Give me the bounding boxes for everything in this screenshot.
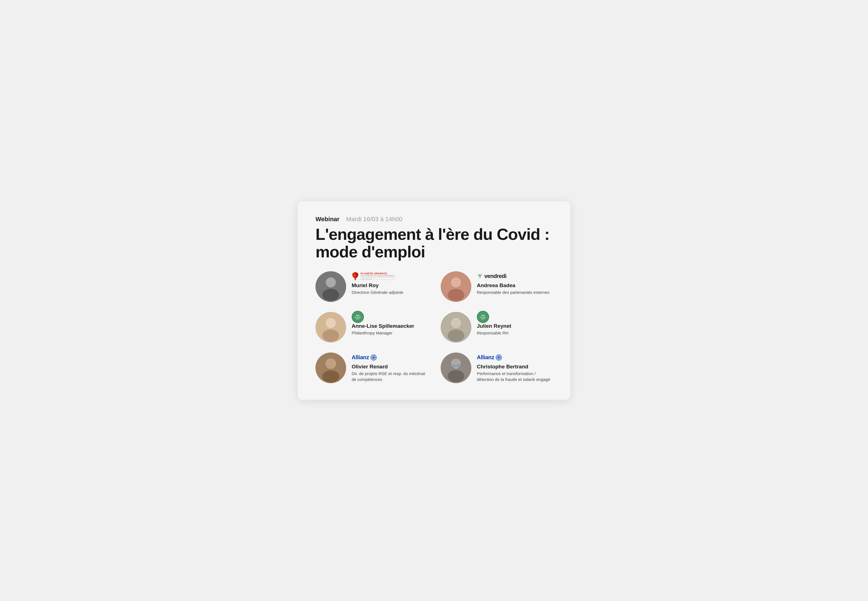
vendredi-label: vendredi	[484, 273, 506, 279]
svg-point-5	[355, 273, 358, 276]
speaker-role-muriel-roy: Directrice Générale adjointe	[352, 289, 427, 295]
speaker-name-muriel-roy: Muriel Roy	[352, 282, 427, 289]
planete-urgence-group: GROUPE SOS	[361, 278, 395, 280]
date-label: Mardi 16/03 à 14h00	[346, 216, 402, 223]
avatar-muriel-roy	[315, 271, 346, 302]
avatar-olivier-renard	[315, 352, 346, 383]
svg-point-27	[448, 370, 464, 382]
avatar-christophe-bertrand	[441, 352, 471, 383]
speaker-card-andreea-badea: vendredi Andreea Badea Responsable des p…	[441, 271, 553, 302]
speaker-name-anne-lise: Anne-Lise Spillemaecker	[352, 323, 427, 329]
svg-point-15	[323, 329, 339, 342]
avatar-julien-reynet	[441, 312, 471, 343]
speaker-role-anne-lise: Philanthropy Manager	[352, 330, 427, 336]
speaker-name-julien-reynet: Julien Reynet	[477, 323, 553, 329]
avatar-anne-lise	[315, 312, 346, 343]
planete-urgence-tagline: VOLONTARIAT ET DÉVELOPPEMENT	[361, 275, 395, 277]
company-logo-allianz-right: Allianz	[477, 353, 553, 362]
planete-urgence-name: PLANETE URGENCE	[361, 272, 395, 275]
speaker-info-muriel-roy: PLANETE URGENCE VOLONTARIAT ET DÉVELOPPE…	[352, 271, 427, 296]
svg-point-20	[326, 358, 336, 369]
svg-point-17	[451, 318, 461, 328]
svg-point-14	[326, 318, 336, 328]
speaker-name-olivier-renard: Olivier Renard	[352, 364, 427, 370]
speaker-info-christophe-bertrand: Allianz Christophe Bertrand Perfo	[477, 352, 553, 383]
header-line: Webinar Mardi 16/03 à 14h00	[315, 216, 553, 223]
allianz-label-left: Allianz	[352, 354, 369, 361]
svg-rect-6	[355, 278, 356, 280]
svg-point-2	[323, 289, 339, 301]
speakers-grid: PLANETE URGENCE VOLONTARIAT ET DÉVELOPPE…	[315, 271, 553, 383]
speaker-card-muriel-roy: PLANETE URGENCE VOLONTARIAT ET DÉVELOPPE…	[315, 271, 427, 302]
bel-logo-right: bel for all for good	[477, 311, 489, 323]
svg-point-21	[322, 370, 340, 383]
webinar-label: Webinar	[315, 216, 340, 223]
speaker-role-andreea-badea: Responsable des partenariats externes	[477, 289, 553, 295]
svg-point-12	[448, 289, 464, 301]
bel-logo: bel for all for good	[352, 311, 364, 323]
speaker-info-julien-reynet: bel for all for good Julien Reynet Respo…	[477, 312, 553, 336]
speaker-role-julien-reynet: Responsable RH	[477, 330, 553, 336]
speaker-info-anne-lise: bel for all for good Anne-Lise Spillemae…	[352, 312, 427, 336]
speaker-name-andreea-badea: Andreea Badea	[477, 282, 553, 289]
webinar-card: Webinar Mardi 16/03 à 14h00 L'engagement…	[298, 201, 570, 400]
header: Webinar Mardi 16/03 à 14h00 L'engagement…	[315, 216, 553, 261]
speaker-card-olivier-renard: Allianz Olivier Renard	[315, 352, 427, 383]
company-logo-planete-urgence: PLANETE URGENCE VOLONTARIAT ET DÉVELOPPE…	[352, 272, 427, 281]
company-logo-vendredi: vendredi	[477, 272, 553, 281]
speaker-card-anne-lise: bel for all for good Anne-Lise Spillemae…	[315, 312, 427, 343]
company-logo-bel-right: bel for all for good	[477, 313, 553, 321]
company-logo-bel-left: bel for all for good	[352, 313, 427, 321]
allianz-label-right: Allianz	[477, 354, 494, 361]
svg-point-18	[448, 329, 464, 342]
company-logo-allianz-left: Allianz	[352, 353, 427, 362]
speaker-info-andreea-badea: vendredi Andreea Badea Responsable des p…	[477, 271, 553, 296]
speaker-role-olivier-renard: Dir. de projets RSE et resp. du mécénat …	[352, 371, 427, 382]
avatar-andreea-badea	[441, 271, 471, 302]
main-title: L'engagement à l'ère du Covid : mode d'e…	[315, 226, 553, 261]
svg-point-11	[451, 278, 461, 287]
speaker-card-julien-reynet: bel for all for good Julien Reynet Respo…	[441, 312, 553, 343]
speaker-card-christophe-bertrand: Allianz Christophe Bertrand Perfo	[441, 352, 553, 383]
svg-point-1	[326, 278, 336, 287]
speaker-name-christophe-bertrand: Christophe Bertrand	[477, 364, 553, 370]
speaker-role-christophe-bertrand: Performance et transformation / détectio…	[477, 371, 553, 382]
speaker-info-olivier-renard: Allianz Olivier Renard	[352, 352, 427, 383]
